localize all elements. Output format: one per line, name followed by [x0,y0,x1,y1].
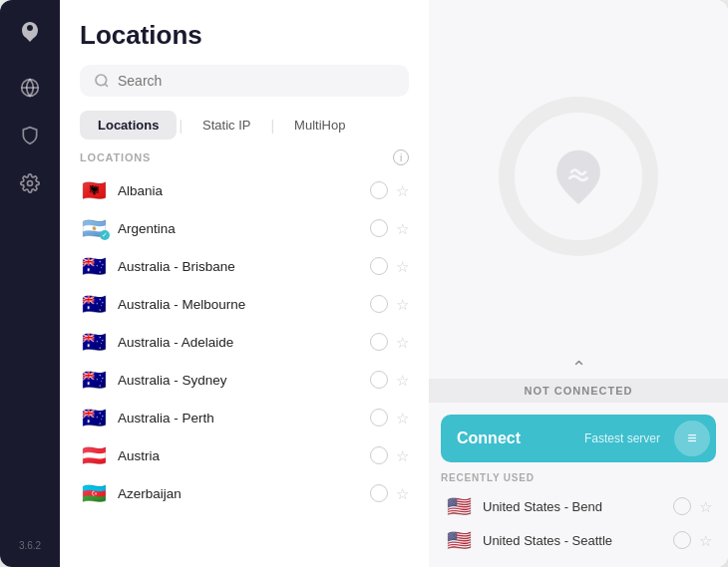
location-actions: ☆ [370,181,409,199]
favorite-star-btn[interactable]: ☆ [396,183,409,198]
search-input[interactable] [118,73,395,89]
location-name: Australia - Adelaide [118,335,370,350]
favorite-star-btn[interactable]: ☆ [396,448,409,463]
svg-point-3 [96,75,107,86]
sidebar-item-settings[interactable] [10,163,50,203]
tab-multihop[interactable]: MultiHop [276,111,363,140]
flag-au-perth: 🇦🇺 [80,408,108,427]
sidebar-item-locations[interactable] [10,68,50,108]
recent-location-name: United States - Bend [483,499,673,514]
recently-used-section: RECENTLY USED 🇺🇸 United States - Bend ☆ … [429,472,728,567]
sidebar-item-security[interactable] [10,116,50,155]
logo-watermark [429,0,728,353]
tab-static-ip[interactable]: Static IP [184,111,268,140]
favorite-star-btn-recent[interactable]: ☆ [699,499,712,514]
favorite-star-btn[interactable]: ☆ [396,373,409,388]
search-icon [94,73,110,89]
location-name: Austria [118,448,370,463]
location-actions: ☆ [370,484,409,502]
fastest-server-label: Fastest server [584,431,668,445]
list-section-header: LOCATIONS i [60,140,429,171]
connect-circle-btn[interactable] [370,295,388,313]
connect-circle-btn[interactable] [370,409,388,426]
chevron-up-icon[interactable]: ⌃ [571,359,586,377]
connect-menu-button[interactable]: ≡ [674,421,710,456]
flag-austria: 🇦🇹 [80,445,108,465]
verified-badge: ✓ [100,230,110,240]
flag-wrapper-albania: 🇦🇱 [80,180,108,200]
favorite-star-btn[interactable]: ☆ [396,259,409,274]
recent-item[interactable]: 🇺🇸 United States - Seattle ☆ [441,523,716,557]
connect-row: Connect Fastest server ≡ [441,415,716,462]
tabs: Locations | Static IP | MultiHop [80,111,409,140]
connect-button[interactable]: Connect [441,418,584,459]
location-name: Albania [118,183,370,198]
connect-circle-btn[interactable] [370,219,388,237]
location-name: Argentina [118,221,370,236]
favorite-star-btn[interactable]: ☆ [396,297,409,312]
list-item[interactable]: 🇦🇺 Australia - Sydney ☆ [72,361,417,399]
location-actions: ☆ [370,446,409,464]
flag-us-bend: 🇺🇸 [445,496,473,516]
flag-wrapper-austria: 🇦🇹 [80,445,108,465]
list-item[interactable]: 🇦🇺 Australia - Brisbane ☆ [72,247,417,285]
location-name: Australia - Perth [118,411,370,425]
flag-wrapper-au-melbourne: 🇦🇺 [80,294,108,314]
app-window: 3.6.2 Locations Locations | Static IP | … [0,0,728,567]
location-list: 🇦🇱 Albania ☆ 🇦🇷 ✓ Argentina [60,171,429,567]
favorite-star-btn[interactable]: ☆ [396,486,409,501]
recent-item[interactable]: 🇺🇸 United States - Bend ☆ [441,489,716,523]
favorite-star-btn-recent[interactable]: ☆ [699,533,712,548]
flag-wrapper-azerbaijan: 🇦🇿 [80,483,108,503]
connect-circle-btn[interactable] [370,484,388,502]
location-actions: ☆ [370,257,409,275]
favorite-star-btn[interactable]: ☆ [396,335,409,350]
locations-section-label: LOCATIONS [80,151,151,163]
flag-au-adelaide: 🇦🇺 [80,332,108,352]
connect-circle-btn[interactable] [370,257,388,275]
location-name: Azerbaijan [118,486,370,501]
location-list-container: LOCATIONS i 🇦🇱 Albania ☆ [60,140,429,567]
favorite-star-btn[interactable]: ☆ [396,221,409,236]
surfshark-logo [544,142,613,211]
location-actions: ☆ [370,219,409,237]
connect-circle-btn-recent[interactable] [673,497,691,515]
connect-circle-btn[interactable] [370,371,388,389]
list-item[interactable]: 🇦🇷 ✓ Argentina ☆ [72,209,417,247]
connect-circle-btn[interactable] [370,181,388,199]
location-name: Australia - Melbourne [118,297,370,312]
flag-wrapper-au-perth: 🇦🇺 [80,408,108,427]
sidebar: 3.6.2 [0,0,60,567]
list-item[interactable]: 🇦🇱 Albania ☆ [72,171,417,209]
connection-panel: ⌃ NOT CONNECTED Connect Fastest server ≡… [429,353,728,567]
svg-point-2 [28,181,33,186]
flag-au-melbourne: 🇦🇺 [80,294,108,314]
connect-circle-btn[interactable] [370,446,388,464]
location-actions: ☆ [370,295,409,313]
flag-wrapper-au-brisbane: 🇦🇺 [80,256,108,276]
list-item[interactable]: 🇦🇺 Australia - Melbourne ☆ [72,285,417,323]
connect-circle-btn-recent[interactable] [673,531,691,549]
flag-wrapper-argentina: 🇦🇷 ✓ [80,218,108,238]
recent-actions: ☆ [673,497,712,515]
tab-locations[interactable]: Locations [80,111,177,140]
list-item[interactable]: 🇦🇹 Austria ☆ [72,436,417,474]
recent-location-name: United States - Seattle [483,533,673,548]
list-item[interactable]: 🇦🇺 Australia - Perth ☆ [72,399,417,436]
location-name: Australia - Sydney [118,373,370,388]
location-actions: ☆ [370,333,409,351]
chevron-row: ⌃ [429,353,728,379]
list-item[interactable]: 🇦🇺 Australia - Adelaide ☆ [72,323,417,361]
connect-circle-btn[interactable] [370,333,388,351]
flag-wrapper-au-sydney: 🇦🇺 [80,370,108,390]
page-title: Locations [80,20,409,51]
info-icon[interactable]: i [393,149,409,165]
flag-au-brisbane: 🇦🇺 [80,256,108,276]
flag-us-seattle: 🇺🇸 [445,530,473,550]
location-actions: ☆ [370,371,409,389]
favorite-star-btn[interactable]: ☆ [396,411,409,425]
right-panel: ⌃ NOT CONNECTED Connect Fastest server ≡… [429,0,728,567]
tab-divider-2: | [270,118,274,134]
flag-au-sydney: 🇦🇺 [80,370,108,390]
list-item[interactable]: 🇦🇿 Azerbaijan ☆ [72,474,417,512]
